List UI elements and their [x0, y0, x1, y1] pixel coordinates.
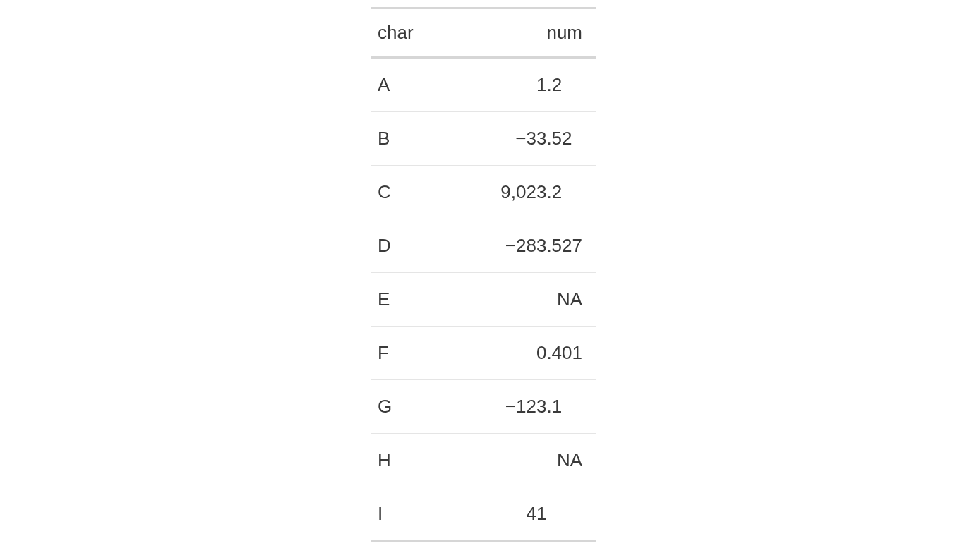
column-header-char: char: [371, 8, 438, 58]
table-row: E NA: [371, 273, 596, 327]
column-header-num: num: [438, 8, 596, 58]
cell-char: A: [371, 58, 438, 112]
table-row: D −283.527: [371, 219, 596, 273]
cell-char: B: [371, 112, 438, 166]
table-row: I 41: [371, 487, 596, 542]
cell-num: 0.401: [438, 327, 596, 380]
cell-char: G: [371, 380, 438, 434]
cell-num: NA: [438, 273, 596, 327]
table-row: G −123.1: [371, 380, 596, 434]
cell-char: H: [371, 434, 438, 487]
cell-num: −33.52: [438, 112, 596, 166]
cell-char: D: [371, 219, 438, 273]
table-row: C 9,023.2: [371, 166, 596, 219]
cell-num: 41: [438, 487, 596, 542]
cell-char: I: [371, 487, 438, 542]
table-header-row: char num: [371, 8, 596, 58]
cell-char: F: [371, 327, 438, 380]
cell-num: −283.527: [438, 219, 596, 273]
cell-num: 9,023.2: [438, 166, 596, 219]
data-table: char num A 1.2 B −33.52 C 9,023.2 D −283…: [371, 7, 596, 542]
cell-char: C: [371, 166, 438, 219]
cell-num: 1.2: [438, 58, 596, 112]
cell-num: −123.1: [438, 380, 596, 434]
cell-char: E: [371, 273, 438, 327]
table-row: F 0.401: [371, 327, 596, 380]
cell-num: NA: [438, 434, 596, 487]
data-table-container: char num A 1.2 B −33.52 C 9,023.2 D −283…: [371, 7, 596, 542]
table-row: B −33.52: [371, 112, 596, 166]
table-row: A 1.2: [371, 58, 596, 112]
table-row: H NA: [371, 434, 596, 487]
